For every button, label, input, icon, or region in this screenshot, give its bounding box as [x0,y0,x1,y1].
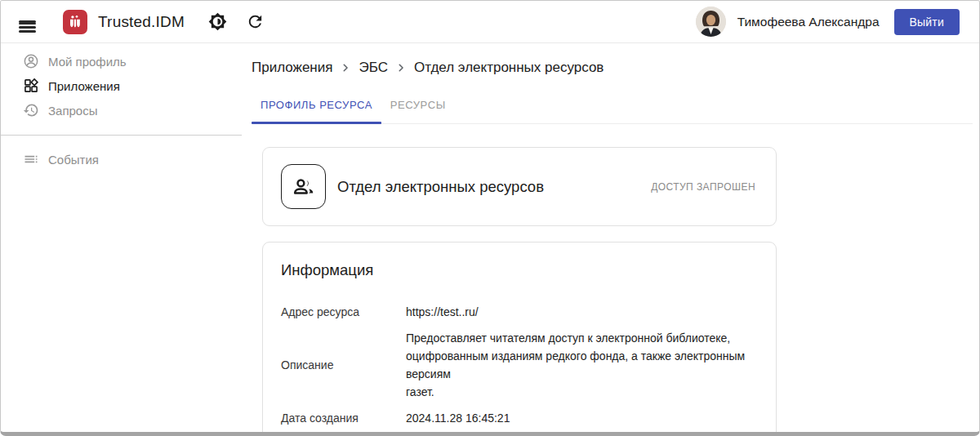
resource-status-badge: ДОСТУП ЗАПРОШЕН [651,181,755,193]
sidebar-item-applications[interactable]: Приложения [1,73,242,98]
resource-card: Отдел электронных ресурсов ДОСТУП ЗАПРОШ… [262,147,777,226]
chevron-right-icon [340,62,351,73]
info-card: Информация Адрес ресурса https://test..r… [262,242,777,436]
info-row-address: Адрес ресурса https://test..ru/ [281,303,755,321]
sidebar-item-label: Мой профиль [48,55,127,69]
tab-resources[interactable]: РЕСУРСЫ [381,99,455,123]
app-title: Trusted.IDM [98,13,185,31]
info-card-title: Информация [281,260,755,281]
app-window: Trusted.IDM Тимофеева Александра [0,0,980,436]
sidebar-item-label: События [48,153,99,167]
sidebar-item-events[interactable]: События [1,147,242,171]
sidebar: Мой профиль Приложения Запросы [1,43,242,432]
creation-date-value: 2024.11.28 16:45:21 [406,409,510,427]
sidebar-item-my-profile[interactable]: Мой профиль [1,49,242,73]
chevron-right-icon [395,62,407,73]
resource-title: Отдел электронных ресурсов [337,178,544,196]
event-list-icon [23,151,39,167]
breadcrumb-item-current: Отдел электронных ресурсов [414,60,604,76]
info-row-description: Описание Предоставляет читателям доступ … [281,329,755,401]
sidebar-item-label: Приложения [48,79,120,93]
history-clock-icon [23,102,39,118]
logout-button[interactable]: Выйти [894,9,960,35]
tab-bar: ПРОФИЛЬ РЕСУРСА РЕСУРСЫ [252,99,973,124]
theme-brightness-icon[interactable] [204,9,230,35]
info-row-created: Дата создания 2024.11.28 16:45:21 [281,409,755,427]
top-bar: Trusted.IDM Тимофеева Александра [1,1,979,43]
info-label: Описание [281,356,406,374]
resource-address-value: https://test..ru/ [406,303,479,321]
tab-resource-profile[interactable]: ПРОФИЛЬ РЕСУРСА [252,99,381,123]
user-avatar [696,7,726,37]
info-label: Дата создания [281,409,406,427]
breadcrumb: Приложения ЭБС Отдел электронных ресурсо… [252,59,973,77]
info-label: Адрес ресурса [281,303,406,321]
description-line: оцифрованным изданиям редкого фонда, а т… [406,347,755,383]
sidebar-item-requests[interactable]: Запросы [1,98,242,122]
hamburger-menu-icon[interactable] [14,9,40,35]
user-name: Тимофеева Александра [737,15,880,29]
refresh-icon[interactable] [242,9,268,35]
main-content: Приложения ЭБС Отдел электронных ресурсо… [242,43,979,432]
sidebar-item-label: Запросы [48,104,98,118]
resource-description-value: Предоставляет читателям доступ к электро… [406,329,755,401]
sidebar-divider [1,135,242,136]
breadcrumb-item-applications[interactable]: Приложения [252,60,332,76]
account-circle-icon [23,53,39,69]
widgets-grid-icon [23,78,39,94]
description-line: Предоставляет читателям доступ к электро… [406,329,755,347]
breadcrumb-item-ebs[interactable]: ЭБС [359,60,387,76]
group-icon [281,164,326,209]
description-line: газет. [406,383,755,401]
trusted-idm-logo-icon [63,10,87,34]
